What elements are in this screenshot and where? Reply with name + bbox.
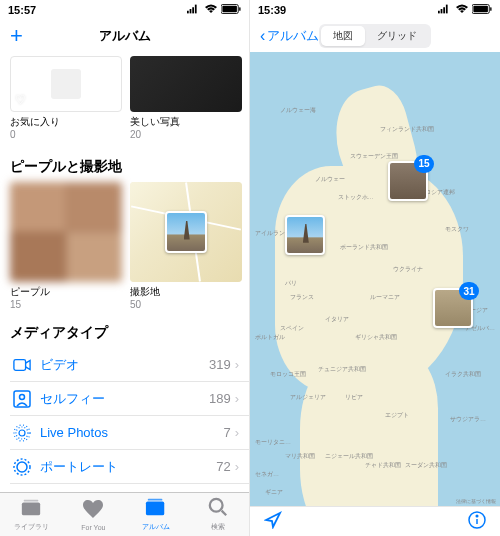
my-albums-row: ♡ お気に入り 0 美しい写真 20 Z 4 xyxy=(0,52,249,144)
tab-for-you[interactable]: For You xyxy=(62,493,124,536)
map-label: スペイン xyxy=(280,324,304,333)
chevron-left-icon: ‹ xyxy=(260,27,265,45)
albums-screen: 15:57 + アルバム ♡ お気に入り 0 美しい写真 20 Z xyxy=(0,0,250,536)
map-label: セネガ… xyxy=(255,470,279,479)
map-view[interactable]: フィンランド共和国 ノルウェー海 スウェーデン王国 ノルウェー ストックホ… ロ… xyxy=(250,52,500,506)
svg-point-11 xyxy=(16,427,28,439)
status-icons xyxy=(125,4,242,16)
map-label: チャド共和国 xyxy=(365,461,401,470)
map-pin-icon xyxy=(165,211,207,253)
media-portrait[interactable]: ポートレート 72 › xyxy=(10,450,249,484)
info-button[interactable] xyxy=(468,511,486,533)
selfie-icon xyxy=(10,390,34,408)
signal-icon xyxy=(438,4,452,16)
nav-title: アルバム xyxy=(99,27,151,45)
back-button[interactable]: ‹アルバム xyxy=(260,27,319,45)
svg-rect-16 xyxy=(24,500,39,502)
nav-bar: ‹アルバム 地図 グリッド xyxy=(250,20,500,52)
media-videos[interactable]: ビデオ 319 › xyxy=(10,348,249,382)
map-label: モスクワ xyxy=(445,225,469,234)
people-album[interactable]: ピープル 15 xyxy=(10,182,122,310)
albums-content[interactable]: ♡ お気に入り 0 美しい写真 20 Z 4 ピープルと撮影地 ピープル 15 xyxy=(0,52,249,492)
signal-icon xyxy=(187,4,201,16)
svg-rect-27 xyxy=(490,7,491,11)
map-label: イラク共和国 xyxy=(445,370,481,379)
map-label: エジプト xyxy=(385,411,409,420)
svg-point-19 xyxy=(210,499,223,512)
section-people-places: ピープルと撮影地 xyxy=(0,144,249,182)
svg-line-20 xyxy=(222,511,227,516)
map-label: リビア xyxy=(345,393,363,402)
svg-rect-24 xyxy=(446,5,448,14)
map-label: フランス xyxy=(290,293,314,302)
battery-icon xyxy=(472,4,492,16)
albums-icon xyxy=(145,497,167,521)
map-label: ノルウェー xyxy=(315,175,345,184)
map-label: マリ共和国 xyxy=(285,452,315,461)
album-favorites[interactable]: ♡ お気に入り 0 xyxy=(10,56,122,140)
portrait-icon xyxy=(10,458,34,476)
map-label: スーダン共和国 xyxy=(405,461,447,470)
map-label: ノルウェー海 xyxy=(280,106,316,115)
media-types-list: ビデオ 319 › セルフィー 189 › Live Photos 7 › ポー… xyxy=(0,348,249,484)
tab-library[interactable]: ライブラリ xyxy=(0,493,62,536)
tab-albums[interactable]: アルバム xyxy=(125,493,187,536)
status-icons xyxy=(375,4,492,16)
status-bar: 15:39 xyxy=(250,0,500,20)
chevron-right-icon: › xyxy=(235,459,249,474)
svg-rect-7 xyxy=(14,359,26,370)
view-segmented-control: 地図 グリッド xyxy=(319,24,431,48)
battery-icon xyxy=(221,4,241,16)
places-map-screen: 15:39 ‹アルバム 地図 グリッド フィンランド共和国 ノルウェー海 スウェ… xyxy=(250,0,500,536)
map-label: イタリア xyxy=(325,315,349,324)
seg-grid[interactable]: グリッド xyxy=(365,26,429,46)
map-label: ストックホ… xyxy=(338,193,374,202)
svg-point-9 xyxy=(20,394,25,399)
map-label: モーリタニ… xyxy=(255,438,291,447)
photo-cluster-paris[interactable] xyxy=(285,215,325,255)
map-label: チュニジア共和国 xyxy=(318,365,366,374)
heart-icon: ♡ xyxy=(15,93,26,107)
svg-rect-2 xyxy=(192,7,194,13)
status-time: 15:57 xyxy=(8,4,125,16)
map-label: モロッコ王国 xyxy=(270,370,306,379)
photo-cluster-nordic[interactable]: 15 xyxy=(388,161,428,201)
svg-rect-21 xyxy=(438,11,440,14)
locate-me-button[interactable] xyxy=(264,511,282,533)
wifi-icon xyxy=(204,4,218,16)
tab-search[interactable]: 検索 xyxy=(187,493,249,536)
cluster-count-badge: 15 xyxy=(414,155,433,173)
people-places-row: ピープル 15 撮影地 50 xyxy=(0,182,249,310)
album-beautiful[interactable]: 美しい写真 20 xyxy=(130,56,242,140)
status-time: 15:39 xyxy=(258,4,375,16)
svg-rect-18 xyxy=(147,499,162,501)
seg-map[interactable]: 地図 xyxy=(321,26,365,46)
media-live-photos[interactable]: Live Photos 7 › xyxy=(10,416,249,450)
section-media-types: メディアタイプ xyxy=(0,310,249,348)
map-label: ニジェール共和国 xyxy=(325,452,373,461)
wifi-icon xyxy=(455,4,469,16)
chevron-right-icon: › xyxy=(235,391,249,406)
media-selfies[interactable]: セルフィー 189 › xyxy=(10,382,249,416)
svg-point-30 xyxy=(476,515,478,517)
svg-rect-5 xyxy=(222,6,237,12)
map-legal-text[interactable]: 法律に基づく情報 xyxy=(456,498,496,504)
photo-cluster-mideast[interactable]: 31 xyxy=(433,288,473,328)
map-toolbar xyxy=(250,506,500,536)
places-album[interactable]: 撮影地 50 xyxy=(130,182,242,310)
add-button[interactable]: + xyxy=(10,23,23,49)
live-photos-icon xyxy=(10,424,34,442)
map-label: ギリシャ共和国 xyxy=(355,333,397,342)
map-label: スウェーデン王国 xyxy=(350,152,398,161)
svg-rect-26 xyxy=(473,6,488,12)
search-icon xyxy=(207,497,229,521)
map-label: ギニア xyxy=(265,488,283,497)
library-icon xyxy=(20,497,42,521)
for-you-icon xyxy=(82,499,104,523)
svg-rect-6 xyxy=(239,7,240,11)
map-label: ロシア連邦 xyxy=(425,188,455,197)
nav-bar: + アルバム xyxy=(0,20,249,52)
map-label: フィンランド共和国 xyxy=(380,125,434,134)
map-label: ポーランド共和国 xyxy=(340,243,388,252)
svg-point-10 xyxy=(19,430,25,436)
